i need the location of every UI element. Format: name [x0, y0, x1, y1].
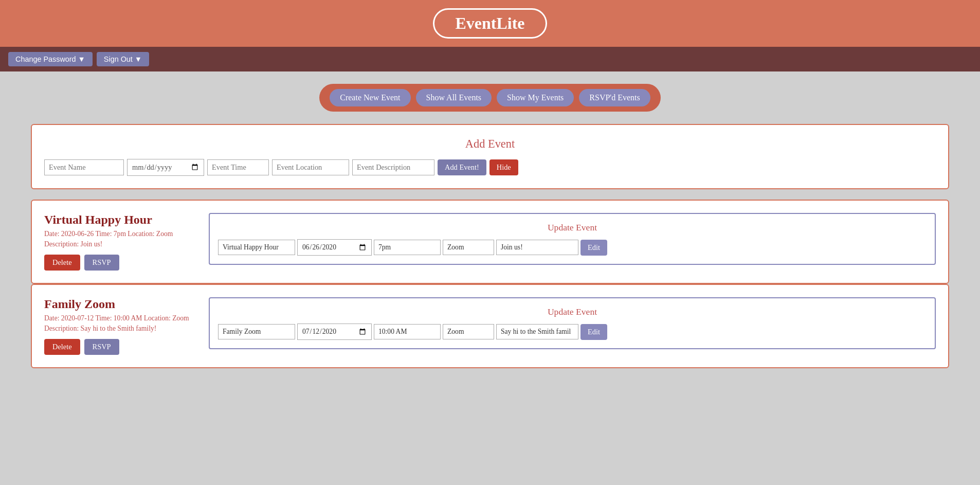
- event-title-1: Family Zoom: [44, 297, 198, 311]
- update-name-1[interactable]: [218, 324, 295, 339]
- add-event-form: Add Event! Hide: [44, 159, 936, 176]
- main-content: Add Event Add Event! Hide Virtual Happy …: [0, 124, 980, 384]
- event-desc-0: Description: Join us!: [44, 240, 198, 248]
- event-date-input[interactable]: [127, 159, 204, 176]
- update-location-1[interactable]: [443, 324, 494, 339]
- hide-button[interactable]: Hide: [489, 159, 518, 175]
- update-date-0[interactable]: [297, 239, 372, 256]
- rsvp-button-0[interactable]: RSVP: [84, 255, 119, 271]
- update-time-0[interactable]: [374, 240, 441, 255]
- event-card-1: Family Zoom Date: 2020-07-12 Time: 10:00…: [31, 284, 949, 368]
- update-title-1: Update Event: [218, 307, 927, 317]
- add-event-title: Add Event: [44, 137, 936, 151]
- event-info-0: Virtual Happy Hour Date: 2020-06-26 Time…: [44, 213, 198, 271]
- update-date-1[interactable]: [297, 324, 372, 340]
- delete-button-1[interactable]: Delete: [44, 339, 80, 355]
- update-panel-0: Update Event Edit: [209, 213, 936, 265]
- update-form-1: Edit: [218, 324, 927, 340]
- sign-out-dropdown-icon: ▼: [135, 55, 142, 63]
- create-new-event-button[interactable]: Create New Event: [330, 89, 410, 106]
- app-header: EventLite: [0, 0, 980, 47]
- event-actions-0: Delete RSVP: [44, 255, 198, 271]
- event-desc-1: Description: Say hi to the Smith family!: [44, 325, 198, 333]
- event-meta-1: Date: 2020-07-12 Time: 10:00 AM Location…: [44, 314, 198, 322]
- delete-button-0[interactable]: Delete: [44, 255, 80, 271]
- update-desc-0[interactable]: [496, 240, 578, 255]
- events-container: Virtual Happy Hour Date: 2020-06-26 Time…: [31, 200, 949, 368]
- action-nav: Create New Event Show All Events Show My…: [0, 71, 980, 124]
- add-event-card: Add Event Add Event! Hide: [31, 124, 949, 189]
- action-nav-inner: Create New Event Show All Events Show My…: [319, 84, 661, 112]
- update-time-1[interactable]: [374, 324, 441, 339]
- update-panel-1: Update Event Edit: [209, 297, 936, 349]
- show-my-events-button[interactable]: Show My Events: [497, 89, 574, 106]
- update-name-0[interactable]: [218, 240, 295, 255]
- change-password-dropdown-icon: ▼: [78, 55, 85, 63]
- event-name-input[interactable]: [44, 159, 124, 175]
- event-location-input[interactable]: [272, 159, 349, 175]
- event-actions-1: Delete RSVP: [44, 339, 198, 355]
- add-event-button[interactable]: Add Event!: [438, 159, 486, 175]
- edit-button-0[interactable]: Edit: [580, 240, 607, 256]
- rsvpd-events-button[interactable]: RSVP'd Events: [579, 89, 650, 106]
- update-desc-1[interactable]: [496, 324, 578, 339]
- navbar: Change Password ▼ Sign Out ▼: [0, 47, 980, 71]
- event-card-0: Virtual Happy Hour Date: 2020-06-26 Time…: [31, 200, 949, 284]
- sign-out-button[interactable]: Sign Out ▼: [97, 52, 149, 66]
- event-title-0: Virtual Happy Hour: [44, 213, 198, 227]
- change-password-button[interactable]: Change Password ▼: [8, 52, 93, 66]
- event-info-1: Family Zoom Date: 2020-07-12 Time: 10:00…: [44, 297, 198, 355]
- event-meta-0: Date: 2020-06-26 Time: 7pm Location: Zoo…: [44, 230, 198, 238]
- event-desc-input[interactable]: [352, 159, 434, 175]
- app-logo: EventLite: [433, 8, 547, 39]
- event-time-input[interactable]: [207, 159, 269, 175]
- sign-out-label: Sign Out: [104, 55, 133, 63]
- update-title-0: Update Event: [218, 222, 927, 233]
- update-form-0: Edit: [218, 239, 927, 256]
- update-location-0[interactable]: [443, 240, 494, 255]
- show-all-events-button[interactable]: Show All Events: [416, 89, 492, 106]
- rsvp-button-1[interactable]: RSVP: [84, 339, 119, 355]
- edit-button-1[interactable]: Edit: [580, 324, 607, 340]
- change-password-label: Change Password: [15, 55, 76, 63]
